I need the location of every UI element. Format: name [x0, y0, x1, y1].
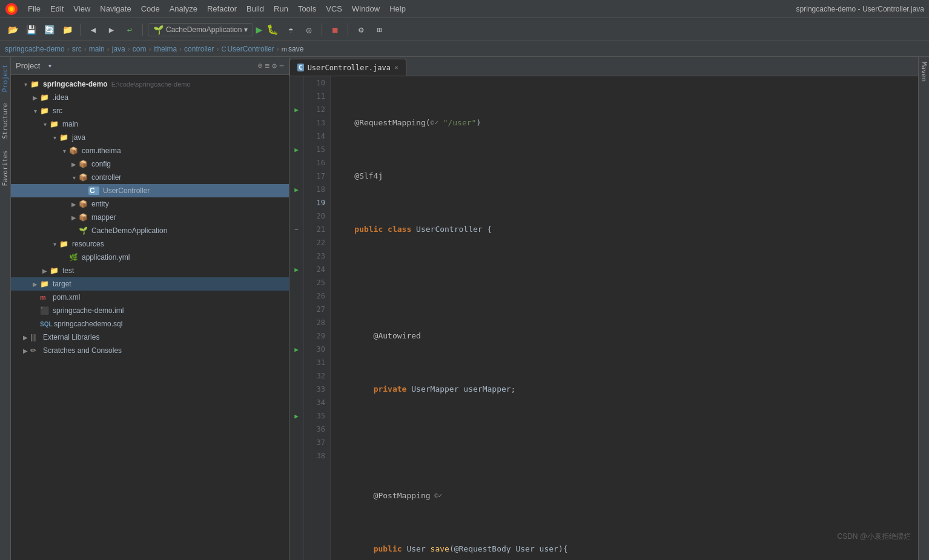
tree-item-controller[interactable]: ▾ 📦 controller — [11, 171, 289, 184]
tree-item-com-itheima[interactable]: ▾ 📦 com.itheima — [11, 144, 289, 157]
menu-build[interactable]: Build — [242, 3, 269, 15]
tree-item-iml[interactable]: ⬛ springcache-demo.iml — [11, 304, 289, 317]
app-logo — [5, 2, 18, 16]
breadcrumb-method-icon: m — [282, 45, 287, 53]
coverage-button[interactable]: ☂ — [283, 22, 299, 38]
code-line-16 — [336, 436, 918, 449]
ln-12: 12 — [309, 103, 325, 116]
label-sql: springcachedemo.sql — [54, 320, 122, 328]
breadcrumb-java[interactable]: java — [112, 45, 125, 53]
back-button[interactable]: ◀ — [85, 22, 101, 38]
breadcrumb-main[interactable]: main — [89, 45, 105, 53]
tree-item-idea[interactable]: ▶ 📁 .idea — [11, 91, 289, 104]
tree-item-usercontroller[interactable]: C UserController — [11, 184, 289, 197]
breadcrumb-src[interactable]: src — [72, 45, 82, 53]
tree-item-application-yml[interactable]: 🌿 application.yml — [11, 251, 289, 264]
ln-25: 25 — [309, 276, 325, 289]
separator-4 — [348, 24, 348, 36]
menu-file[interactable]: File — [23, 3, 45, 15]
menu-navigate[interactable]: Navigate — [95, 3, 136, 15]
gutter-12-run[interactable]: ▶ — [289, 103, 303, 116]
arrow-test: ▶ — [40, 268, 50, 274]
menu-tools[interactable]: Tools — [293, 3, 321, 15]
forward-button[interactable]: ▶ — [104, 22, 119, 38]
tree-item-java[interactable]: ▾ 📁 java — [11, 131, 289, 144]
stop-button[interactable]: ■ — [327, 22, 343, 38]
arrow-root: ▾ — [21, 81, 30, 88]
label-root: springcache-demo — [43, 80, 108, 88]
tree-item-root[interactable]: ▾ 📁 springcache-demo E:\code\springcache… — [11, 77, 289, 91]
undo-button[interactable]: ↩ — [122, 22, 137, 38]
layout-button[interactable]: ⊞ — [371, 22, 387, 38]
gutter-21-fold[interactable]: − — [289, 223, 303, 236]
tree-item-external-libraries[interactable]: ▶ ||| External Libraries — [11, 331, 289, 344]
menu-analyze[interactable]: Analyze — [165, 3, 202, 15]
breadcrumb-controller[interactable]: controller — [184, 45, 214, 53]
arrow-resources: ▾ — [50, 241, 59, 248]
tree-item-entity[interactable]: ▶ 📦 entity — [11, 197, 289, 211]
breadcrumb-class[interactable]: UserController — [227, 45, 274, 53]
debug-button[interactable]: 🐛 — [265, 22, 280, 38]
menu-vcs[interactable]: VCS — [321, 3, 347, 15]
menu-refactor[interactable]: Refactor — [202, 3, 242, 15]
label-usercontroller: UserController — [103, 186, 150, 195]
menu-help[interactable]: Help — [385, 3, 411, 15]
close-panel-button[interactable]: − — [279, 61, 284, 70]
open-folder-button[interactable]: 📂 — [5, 22, 21, 38]
tree-item-resources[interactable]: ▾ 📁 resources — [11, 237, 289, 251]
arrow-scratches: ▶ — [21, 348, 30, 354]
breadcrumb-itheima[interactable]: itheima — [153, 45, 177, 53]
sidebar-tab-favorites[interactable]: Favorites — [0, 145, 10, 191]
project-tree: ▾ 📁 springcache-demo E:\code\springcache… — [11, 75, 289, 560]
tree-item-sql[interactable]: SQL springcachedemo.sql — [11, 317, 289, 331]
collapse-button[interactable]: ≡ — [265, 61, 270, 70]
label-cachedemo: CacheDemoApplication — [91, 226, 167, 235]
settings-button[interactable]: ⚙ — [353, 22, 369, 38]
label-idea: .idea — [53, 93, 68, 102]
tree-item-main[interactable]: ▾ 📁 main — [11, 117, 289, 131]
sidebar-tab-structure[interactable]: Structure — [0, 98, 10, 144]
gutter-28 — [289, 316, 303, 329]
sync-button[interactable]: 🔄 — [41, 22, 57, 38]
menu-run[interactable]: Run — [269, 3, 293, 15]
scope-button[interactable]: ⊕ — [258, 61, 263, 70]
save-button[interactable]: 💾 — [23, 22, 39, 38]
label-mapper: mapper — [91, 213, 116, 222]
tree-item-target[interactable]: ▶ 📁 target — [11, 277, 289, 291]
settings-tree-button[interactable]: ⚙ — [272, 61, 277, 70]
tab-close-button[interactable]: ✕ — [394, 64, 398, 71]
tree-item-config[interactable]: ▶ 📦 config — [11, 157, 289, 171]
gutter-15-run[interactable]: ▶ — [289, 143, 303, 156]
run-button[interactable]: ▶ — [256, 23, 262, 36]
sidebar-tab-project[interactable]: Project — [0, 59, 10, 97]
project-header-dropdown[interactable]: ▾ — [47, 61, 52, 70]
gutter-18-run[interactable]: ▶ — [289, 183, 303, 196]
gutter-35-run[interactable]: ▶ — [289, 409, 303, 423]
sidebar-right-maven[interactable]: Maven — [919, 57, 929, 87]
breadcrumb-com[interactable]: com — [133, 45, 147, 53]
gutter-19 — [289, 196, 303, 209]
tree-item-mapper[interactable]: ▶ 📦 mapper — [11, 211, 289, 224]
run-configuration[interactable]: 🌱 CacheDemoApplication ▾ — [148, 23, 253, 36]
menu-view[interactable]: View — [68, 3, 95, 15]
tree-item-scratches[interactable]: ▶ ✏ Scratches and Consoles — [11, 344, 289, 357]
gutter-30-run[interactable]: ▶ — [289, 343, 303, 356]
menu-edit[interactable]: Edit — [45, 3, 68, 15]
tree-item-pom-xml[interactable]: m pom.xml — [11, 291, 289, 304]
tree-item-test[interactable]: ▶ 📁 test — [11, 264, 289, 277]
tab-usercontroller[interactable]: C UserController.java ✕ — [289, 59, 406, 76]
tree-item-cachedemo-app[interactable]: 🌱 CacheDemoApplication — [11, 224, 289, 237]
menu-window[interactable]: Window — [347, 3, 385, 15]
folder-button[interactable]: 📁 — [59, 22, 75, 38]
left-sidebar-tabs: Project Structure Favorites — [0, 57, 11, 560]
breadcrumb-project[interactable]: springcache-demo — [5, 45, 65, 53]
tree-item-src[interactable]: ▾ 📁 src — [11, 104, 289, 117]
menu-code[interactable]: Code — [136, 3, 165, 15]
label-config: config — [91, 160, 111, 168]
code-editor[interactable]: ▶ ▶ ▶ − ▶ ▶ — [289, 76, 918, 560]
profile-button[interactable]: ◎ — [301, 22, 317, 38]
gutter-24-run[interactable]: ▶ — [289, 263, 303, 276]
code-content[interactable]: @RequestMapping(©✓ "/user") @Slf4j publi… — [331, 76, 918, 560]
label-src: src — [53, 107, 62, 115]
breadcrumb-method: save — [288, 45, 303, 53]
